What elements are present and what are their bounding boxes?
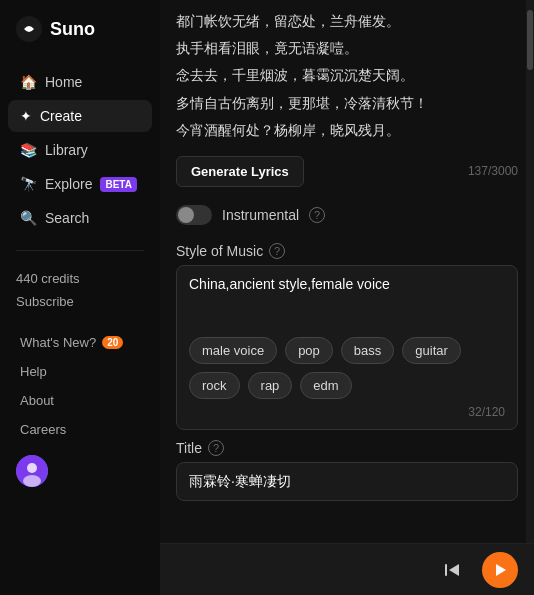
logo[interactable]: Suno — [0, 16, 160, 66]
player-bar — [160, 543, 534, 595]
help-label: Help — [20, 364, 47, 379]
sidebar-item-library[interactable]: 📚 Library — [8, 134, 152, 166]
subscribe-link[interactable]: Subscribe — [0, 290, 160, 313]
lyrics-line-3: 念去去，千里烟波，暮霭沉沉楚天阔。 — [176, 62, 518, 89]
sidebar-item-create[interactable]: ✦ Create — [8, 100, 152, 132]
sidebar: Suno 🏠 Home ✦ Create 📚 Library 🔭 Explore… — [0, 0, 160, 595]
lyrics-char-count: 137/3000 — [468, 164, 518, 178]
explore-icon: 🔭 — [20, 176, 37, 192]
skip-back-icon — [442, 560, 462, 580]
title-help-icon[interactable]: ? — [208, 440, 224, 456]
title-input-wrapper — [176, 462, 518, 501]
generate-lyrics-button[interactable]: Generate Lyrics — [176, 156, 304, 187]
credits-link[interactable]: 440 credits — [0, 267, 160, 290]
library-icon: 📚 — [20, 142, 37, 158]
sidebar-item-create-label: Create — [40, 108, 82, 124]
style-tag-edm[interactable]: edm — [300, 372, 351, 399]
style-tag-male-voice[interactable]: male voice — [189, 337, 277, 364]
style-tag-rap[interactable]: rap — [248, 372, 293, 399]
sidebar-item-whats-new[interactable]: What's New? 20 — [8, 329, 152, 356]
style-tags: male voice pop bass guitar rock rap edm — [189, 337, 505, 399]
toggle-knob — [178, 207, 194, 223]
style-textarea-wrapper: male voice pop bass guitar rock rap edm … — [176, 265, 518, 430]
sidebar-item-search-label: Search — [45, 210, 89, 226]
careers-label: Careers — [20, 422, 66, 437]
lyrics-line-5: 今宵酒醒何处？杨柳岸，晓风残月。 — [176, 117, 518, 144]
instrumental-row: Instrumental ? — [160, 195, 534, 235]
sidebar-item-explore-label: Explore — [45, 176, 92, 192]
style-label-text: Style of Music — [176, 243, 263, 259]
title-label: Title — [176, 440, 202, 456]
svg-rect-4 — [445, 564, 447, 576]
style-section-label: Style of Music ? — [160, 235, 534, 265]
lyrics-area: 都门帐饮无绪，留恋处，兰舟催发。 执手相看泪眼，竟无语凝噎。 念去去，千里烟波，… — [160, 0, 534, 148]
style-tag-guitar[interactable]: guitar — [402, 337, 461, 364]
style-tag-pop[interactable]: pop — [285, 337, 333, 364]
sidebar-bottom: What's New? 20 Help About Careers — [0, 329, 160, 443]
beta-badge: BETA — [100, 177, 136, 192]
about-label: About — [20, 393, 54, 408]
lyrics-line-1: 都门帐饮无绪，留恋处，兰舟催发。 — [176, 8, 518, 35]
svg-point-3 — [23, 475, 41, 487]
svg-marker-5 — [449, 564, 459, 576]
create-icon: ✦ — [20, 108, 32, 124]
instrumental-help-icon[interactable]: ? — [309, 207, 325, 223]
generate-btn-row: Generate Lyrics 137/3000 — [160, 148, 534, 195]
home-icon: 🏠 — [20, 74, 37, 90]
style-char-count: 32/120 — [189, 405, 505, 419]
sidebar-item-about[interactable]: About — [8, 387, 152, 414]
whats-new-label: What's New? — [20, 335, 96, 350]
scrollbar-thumb — [527, 10, 533, 70]
sidebar-nav: 🏠 Home ✦ Create 📚 Library 🔭 Explore BETA… — [0, 66, 160, 234]
lyrics-line-4: 多情自古伤离别，更那堪，冷落清秋节！ — [176, 90, 518, 117]
sidebar-item-home[interactable]: 🏠 Home — [8, 66, 152, 98]
sidebar-item-search[interactable]: 🔍 Search — [8, 202, 152, 234]
sidebar-item-careers[interactable]: Careers — [8, 416, 152, 443]
play-button[interactable] — [482, 552, 518, 588]
skip-back-button[interactable] — [434, 552, 470, 588]
svg-marker-6 — [496, 564, 506, 576]
instrumental-label: Instrumental — [222, 207, 299, 223]
instrumental-toggle[interactable] — [176, 205, 212, 225]
search-icon: 🔍 — [20, 210, 37, 226]
sidebar-item-explore[interactable]: 🔭 Explore BETA — [8, 168, 152, 200]
title-section: Title ? — [160, 430, 534, 462]
main-content: 都门帐饮无绪，留恋处，兰舟催发。 执手相看泪眼，竟无语凝噎。 念去去，千里烟波，… — [160, 0, 534, 595]
scrollbar[interactable] — [526, 0, 534, 543]
suno-logo-icon — [16, 16, 42, 42]
style-textarea[interactable] — [189, 276, 505, 326]
style-help-icon[interactable]: ? — [269, 243, 285, 259]
sidebar-item-home-label: Home — [45, 74, 82, 90]
play-icon — [491, 561, 509, 579]
logo-text: Suno — [50, 19, 95, 40]
svg-point-2 — [27, 463, 37, 473]
sidebar-item-library-label: Library — [45, 142, 88, 158]
style-tag-rock[interactable]: rock — [189, 372, 240, 399]
whats-new-badge: 20 — [102, 336, 123, 349]
title-input[interactable] — [189, 474, 505, 490]
sidebar-divider — [16, 250, 144, 251]
sidebar-item-help[interactable]: Help — [8, 358, 152, 385]
lyrics-line-2: 执手相看泪眼，竟无语凝噎。 — [176, 35, 518, 62]
style-tag-bass[interactable]: bass — [341, 337, 394, 364]
avatar[interactable] — [16, 455, 48, 487]
